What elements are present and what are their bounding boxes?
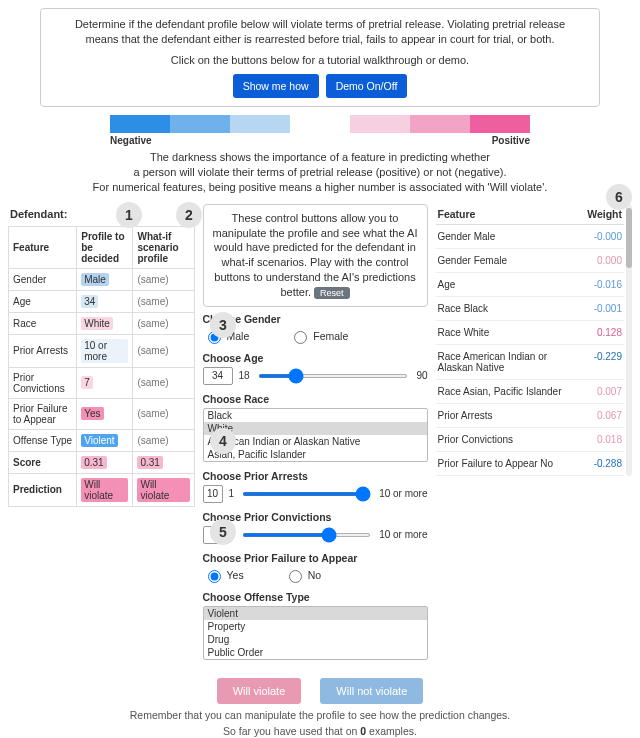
show-me-how-button[interactable]: Show me how <box>233 74 319 98</box>
val-race: White <box>81 317 113 330</box>
arrests-slider[interactable] <box>242 492 371 496</box>
reset-button[interactable]: Reset <box>314 287 350 299</box>
conv-control: Choose Prior Convictions 7 0 10 or more <box>203 511 428 544</box>
whatif-score: 0.31 <box>137 456 162 469</box>
legend-color-bar <box>110 115 530 133</box>
callout-6: 6 <box>606 184 632 210</box>
val-age: 34 <box>81 295 98 308</box>
offense-opt-property[interactable]: Property <box>204 620 427 633</box>
legend-pos-label: Positive <box>492 135 530 146</box>
fta-control: Choose Prior Failure to Appear Yes No <box>203 552 428 583</box>
race-opt-aian[interactable]: American Indian or Alaskan Native <box>204 435 427 448</box>
weight-row: Prior Convictions0.018 <box>436 428 624 452</box>
fta-no-radio[interactable] <box>289 570 302 583</box>
table-row: Score 0.31 0.31 <box>9 451 195 473</box>
callout-2: 2 <box>176 202 202 228</box>
offense-listbox[interactable]: Violent Property Drug Public Order <box>203 606 428 660</box>
table-row: Offense Type Violent (same) <box>9 429 195 451</box>
offense-opt-public[interactable]: Public Order <box>204 646 427 659</box>
race-listbox[interactable]: Black White American Indian or Alaskan N… <box>203 408 428 462</box>
conv-slider[interactable] <box>242 533 371 537</box>
fta-yes-radio[interactable] <box>208 570 221 583</box>
weight-row: Gender Male-0.000 <box>436 225 624 249</box>
offense-control: Choose Offense Type Violent Property Dru… <box>203 591 428 660</box>
will-violate-button[interactable]: Will violate <box>217 678 302 704</box>
arrests-value-box[interactable]: 10 <box>203 485 223 503</box>
profile-table: Feature Profile to be decided What-if sc… <box>8 226 195 507</box>
main-columns: 1 2 3 4 5 6 Defendant: Feature Profile t… <box>8 204 632 668</box>
callout-5: 5 <box>210 519 236 545</box>
table-row: Prior Failure to Appear Yes (same) <box>9 398 195 429</box>
weight-row: Race American Indian or Alaskan Native-0… <box>436 345 624 380</box>
will-not-violate-button[interactable]: Will not violate <box>320 678 423 704</box>
callout-1: 1 <box>116 202 142 228</box>
weight-row: Prior Arrests0.067 <box>436 404 624 428</box>
weight-row: Prior Failure to Appear No-0.288 <box>436 452 624 476</box>
footer-text: Remember that you can manipulate the pro… <box>8 708 632 738</box>
age-value-box[interactable]: 34 <box>203 367 233 385</box>
race-opt-black[interactable]: Black <box>204 409 427 422</box>
demo-toggle-button[interactable]: Demo On/Off <box>326 74 408 98</box>
gender-female-radio[interactable] <box>294 331 307 344</box>
val-arrests: 10 or more <box>81 339 128 363</box>
gender-control: Choose Gender Male Female <box>203 313 428 344</box>
weight-row: Race Black-0.001 <box>436 297 624 321</box>
age-control: Choose Age 34 18 90 <box>203 352 428 385</box>
offense-opt-violent[interactable]: Violent <box>204 607 427 620</box>
legend-caption: The darkness shows the importance of a f… <box>40 150 600 196</box>
age-slider[interactable] <box>258 374 409 378</box>
val-conv: 7 <box>81 376 93 389</box>
legend-labels: Negative Positive <box>110 135 530 146</box>
profile-hdr-feature: Feature <box>9 226 77 268</box>
callout-3: 3 <box>210 312 236 338</box>
offense-opt-drug[interactable]: Drug <box>204 633 427 646</box>
controls-column: These control buttons allow you to manip… <box>203 204 428 668</box>
profile-column: Defendant: Feature Profile to be decided… <box>8 204 195 507</box>
table-row: Gender Male (same) <box>9 268 195 290</box>
controls-help-panel: These control buttons allow you to manip… <box>203 204 428 307</box>
weights-scrollbar[interactable] <box>626 204 632 476</box>
weight-row: Race White0.128 <box>436 321 624 345</box>
val-gender: Male <box>81 273 109 286</box>
prediction-buttons: Will violate Will not violate <box>8 678 632 704</box>
val-score: 0.31 <box>81 456 106 469</box>
weights-hdr-feature: Feature <box>438 208 576 220</box>
intro-text-2: Click on the buttons below for a tutoria… <box>59 53 581 68</box>
race-opt-api[interactable]: Asian, Pacific Islander <box>204 448 427 461</box>
race-opt-white[interactable]: White <box>204 422 427 435</box>
table-row: Prior Convictions 7 (same) <box>9 367 195 398</box>
intro-text-1: Determine if the defendant profile below… <box>59 17 581 47</box>
profile-hdr-whatif: What-if scenario profile <box>133 226 194 268</box>
weight-row: Race Asian, Pacific Islander0.007 <box>436 380 624 404</box>
legend-neg-label: Negative <box>110 135 152 146</box>
table-row: Prediction Will violate Will violate <box>9 473 195 506</box>
val-pred: Will violate <box>81 478 128 502</box>
race-control: Choose Race Black White American Indian … <box>203 393 428 462</box>
intro-panel: Determine if the defendant profile below… <box>40 8 600 107</box>
callout-4: 4 <box>210 428 236 454</box>
table-row: Prior Arrests 10 or more (same) <box>9 334 195 367</box>
defendant-label: Defendant: <box>10 208 195 220</box>
weight-row: Gender Female0.000 <box>436 249 624 273</box>
table-row: Race White (same) <box>9 312 195 334</box>
val-fta: Yes <box>81 407 103 420</box>
arrests-control: Choose Prior Arrests 10 1 10 or more <box>203 470 428 503</box>
table-row: Age 34 (same) <box>9 290 195 312</box>
val-offense: Violent <box>81 434 117 447</box>
whatif-pred: Will violate <box>137 478 189 502</box>
profile-hdr-profile: Profile to be decided <box>77 226 133 268</box>
weights-column: Feature Weight Gender Male-0.000Gender F… <box>436 204 632 476</box>
weight-row: Age-0.016 <box>436 273 624 297</box>
